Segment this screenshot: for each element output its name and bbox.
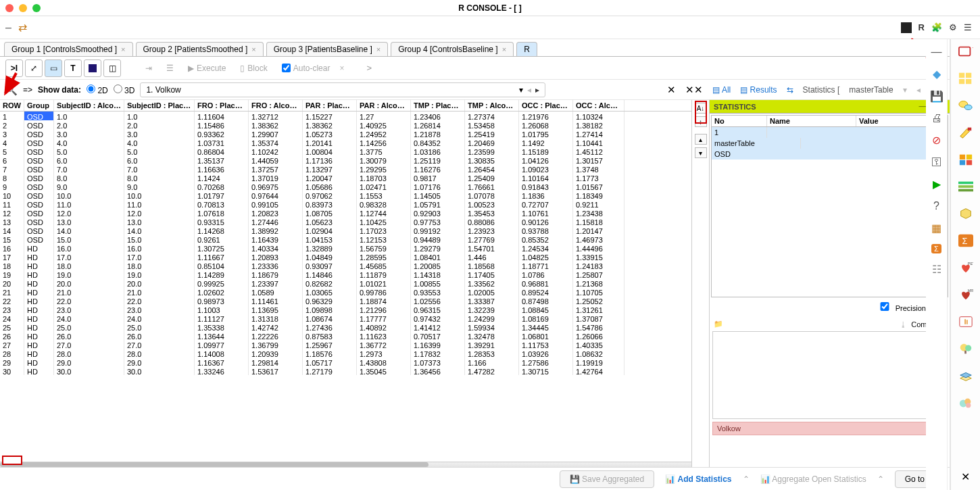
toggle-stats-icon[interactable]: ⇆ [787,85,793,95]
stats-prev-icon[interactable]: ◂ [916,85,921,95]
table-row[interactable]: 17HD17.017.01.116671.208931.048491.28595… [0,252,691,261]
select-all-button[interactable]: ▤ All [712,85,731,95]
table-icon[interactable]: ▦ [931,222,941,235]
play-icon[interactable]: ▶ [933,178,941,191]
tab-close-icon[interactable]: × [502,45,506,53]
close-all-icon[interactable]: ✕✕ [685,84,703,96]
panel-icon[interactable]: ▭ [45,59,62,77]
table-row[interactable]: 6OSD6.06.01.351371.440591.171361.300791.… [0,155,691,164]
add-statistics-button[interactable]: 📊 Add Statistics [665,474,731,484]
up-icon[interactable]: ▴ [695,134,707,145]
table-row[interactable]: 3OSD3.03.00.933621.299071.052731.249521.… [0,129,691,138]
table-row[interactable]: 11OSD11.011.00.708130.991050.839730.9832… [0,199,691,208]
table-row[interactable]: 20HD20.020.00.999251.233970.826821.01021… [0,278,691,287]
table-row[interactable]: 10OSD10.010.01.017970.976440.970621.1553… [0,191,691,199]
dataset-dropdown[interactable]: 1. Volkow ▾ ◂ ▸ [140,82,545,97]
tool-sigma-icon[interactable]: Σ [956,232,975,249]
fill-icon[interactable] [84,59,101,77]
table-row[interactable]: 4OSD4.04.01.037311.353741.201411.142560.… [0,138,691,147]
table-row[interactable]: 15OSD15.015.00.92611.164391.041531.12153… [0,235,691,243]
sigma2-icon[interactable]: Σ [931,244,941,253]
block-icon[interactable]: ▯ [240,64,245,73]
puzzle-icon[interactable]: 🧩 [931,22,942,32]
hscrollbar[interactable] [0,462,691,467]
close-small-icon[interactable]: × [339,64,344,73]
tool-cube-icon[interactable] [956,205,975,222]
table-row[interactable]: 30HD30.030.01.332461.536171.271791.35045… [0,366,691,375]
save-icon[interactable]: 💾 [930,90,944,103]
expand-icon[interactable]: ⤢ [25,59,43,77]
next-icon[interactable]: ▸ [535,85,539,95]
folder-icon[interactable]: 📁 [714,320,723,328]
table-row[interactable]: 25HD25.025.01.353381.427421.274361.40892… [0,322,691,331]
stats-chevron-icon[interactable]: ▾ [903,85,907,95]
table-row[interactable]: 29HD29.029.01.163671.298141.057171.43808… [0,358,691,366]
indent-icon[interactable]: ⇥ [145,64,152,73]
tool-hand-icon[interactable] [956,314,975,330]
table-header-cell[interactable]: TMP : Alcohol [465,100,519,111]
run-icon[interactable]: ▶ [188,64,194,73]
aggregate-open-stats-button[interactable]: 📊 Aggregate Open Statistics [760,474,866,484]
stop-icon[interactable] [901,22,912,33]
close-icon[interactable]: ✕ [667,84,676,96]
tab-close-icon[interactable]: × [251,45,255,53]
table-row[interactable]: 12OSD12.012.01.076181.208231.087051.1274… [0,208,691,217]
table-row[interactable]: 19HD19.019.01.142891.186791.148461.11879… [0,270,691,278]
autoclear-checkbox[interactable] [282,64,291,72]
export-icon[interactable]: ⇄ [18,21,27,34]
table-row[interactable]: 1OSD1.01.01.116041.327121.152271.271.234… [0,112,691,120]
minimize-icon[interactable]: – [5,22,11,34]
tool-layers-icon[interactable] [956,368,975,384]
tool-grid-icon[interactable] [956,70,975,87]
tool-bars-icon[interactable] [956,178,975,195]
r-letter-icon[interactable]: R [918,22,925,32]
list-icon[interactable]: ☰ [166,64,174,73]
table-row[interactable]: 2OSD2.02.01.154861.383621.383621.409251.… [0,120,691,129]
minus-icon[interactable]: — [931,46,942,58]
table-header-cell[interactable]: SubjectID : Placebo [124,100,195,111]
tool-add-box-icon[interactable]: + [956,43,975,59]
tab-close-icon[interactable]: × [121,45,125,53]
download-icon[interactable]: ⭳ [900,320,907,328]
close-panel-icon[interactable]: ✕ [956,468,975,485]
window-close-icon[interactable] [5,4,14,12]
tool-heart-icon[interactable]: PET [956,260,975,276]
table-row[interactable]: 18HD18.018.00.851041.233360.930971.45685… [0,261,691,270]
comment-box[interactable] [712,331,947,419]
settings-icon[interactable]: ⚙ [949,22,957,32]
text-icon[interactable]: T [64,59,82,77]
annotated-toggle[interactable] [2,456,22,465]
table-header-cell[interactable]: OCC : Placebo [519,100,573,111]
menu-icon[interactable]: ☰ [964,22,972,32]
tab[interactable]: Group 2 [PatientsSmoothed ]× [136,42,264,56]
table-row[interactable]: 24HD24.024.01.111271.313181.086741.17777… [0,314,691,322]
table-header-cell[interactable]: ROW [0,100,24,111]
mode-2d-radio[interactable]: 2D [87,84,108,95]
tool-chat-icon[interactable] [956,97,975,114]
tab[interactable]: Group 3 [PatientsBaseline ]× [266,42,389,56]
stack-icon[interactable]: ☷ [932,263,941,276]
table-header-cell[interactable]: FRO : Alcohol [249,100,303,111]
stats-row[interactable]: 1 masterTable OSD [712,127,948,160]
results-button[interactable]: ▤ Results [740,85,777,95]
table-row[interactable]: 26HD26.026.01.136441.222260.875831.11623… [0,331,691,340]
table-row[interactable]: 14OSD14.014.01.142681.389921.029041.1702… [0,226,691,235]
table-header-cell[interactable]: PAR : Placebo [303,100,357,111]
table-header-cell[interactable]: FRO : Placebo [195,100,249,111]
down-icon[interactable]: ▾ [695,147,707,158]
mode-3d-radio[interactable]: 3D [114,84,135,95]
prev-icon[interactable]: ◂ [527,85,531,95]
table-row[interactable]: 23HD23.023.01.10031.136951.098981.212960… [0,305,691,314]
block-button[interactable]: Block [247,64,267,73]
table-header-cell[interactable]: OCC : Alcoho [573,100,624,111]
expand-up2-icon[interactable]: ⌃ [877,474,884,484]
tab-close-icon[interactable]: × [376,45,381,53]
columns-icon[interactable]: ◫ [103,59,121,77]
tab[interactable]: R [516,42,537,56]
table-row[interactable]: 16HD16.016.01.307251.403341.328891.56759… [0,243,691,252]
table-row[interactable]: 5OSD5.05.00.868041.102421.008041.37751.0… [0,147,691,155]
window-zoom-icon[interactable] [32,4,41,12]
help-icon[interactable]: ? [933,200,939,212]
table-header-cell[interactable]: Group [24,100,54,111]
stats-min-icon[interactable]: — [919,102,927,111]
